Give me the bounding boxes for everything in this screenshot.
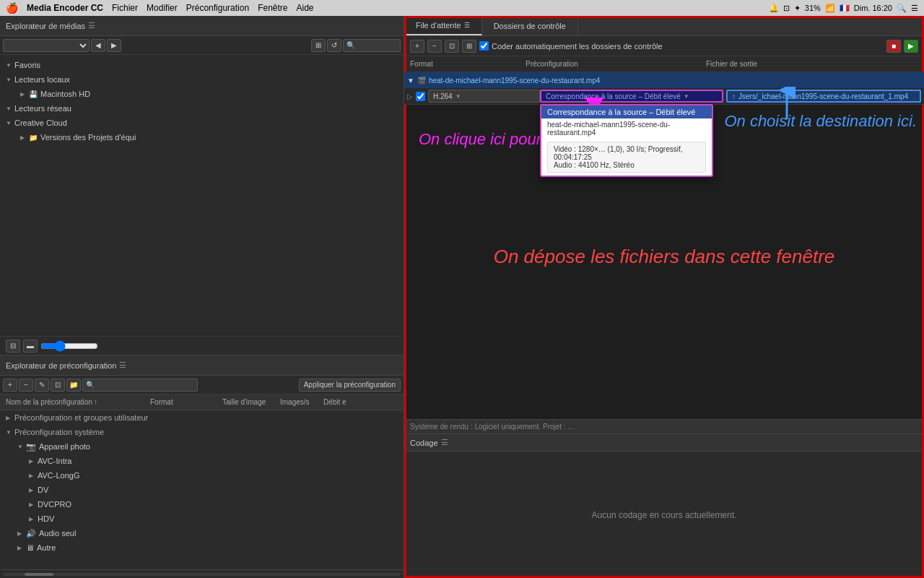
coding-header: Codage ☰: [404, 434, 924, 452]
menubar-right: 🔔 ⊡ ✦ 31% 📶 🇫🇷 Dim. 16:20 🔍 ☰: [769, 4, 918, 13]
queue-item-row: ▼ 🎬 heat-de-michael-mann1995-scene-du-re…: [404, 72, 924, 105]
output-path-btn[interactable]: ↑ Jsers/_ichael-mann1995-scene-du-restau…: [726, 90, 921, 103]
preconfig-explorer-title: Explorateur de préconfiguration: [6, 361, 116, 370]
preconfig-search-input[interactable]: [82, 379, 198, 392]
preconfig-remove-btn[interactable]: −: [19, 379, 33, 392]
stop-btn[interactable]: ■: [886, 40, 901, 53]
preconfig-user-section[interactable]: ▶ Préconfiguration et groupes utilisateu…: [0, 410, 404, 425]
tree-item-local[interactable]: ▼ Lecteurs locaux: [0, 72, 404, 87]
main-layout: Explorateur de médias ☰ ◀ ▶ ⊞ ↺ ▼ Fa: [0, 16, 924, 578]
dropdown-info: Vidéo : 1280×… (1,0), 30 I/s; Progressif…: [547, 142, 706, 173]
preconfig-system-section[interactable]: ▼ Préconfiguration système: [0, 425, 404, 439]
filter-btn[interactable]: ⊞: [311, 39, 326, 52]
play-btn[interactable]: ▶: [904, 40, 918, 53]
apple-menu[interactable]: 🍎: [6, 2, 18, 14]
media-explorer-header: Explorateur de médias ☰: [0, 16, 404, 36]
autocode-checkbox-label[interactable]: Coder automatiquement les dossiers de co…: [479, 41, 663, 51]
queue-duplicate-btn[interactable]: ⊡: [445, 40, 459, 53]
col-size: Taille d'image: [219, 398, 277, 406]
preconfig-add-btn[interactable]: +: [3, 379, 17, 392]
queue-tabs: File d'attente ☰ Dossiers de contrôle: [404, 16, 924, 36]
preconfig-audio[interactable]: ▶ 🔊 Audio seul: [0, 526, 404, 540]
preconfig-autre[interactable]: ▶ 🖥 Autre: [0, 540, 404, 555]
menubar: 🍎 Media Encoder CC Fichier Modifier Préc…: [0, 0, 924, 16]
queue-add-btn[interactable]: +: [410, 40, 424, 53]
grid-view-btn[interactable]: ⊟: [6, 340, 20, 353]
preconfig-btn4[interactable]: ⊡: [51, 379, 65, 392]
preconfig-dropdown: Correspondance à la source – Débit élevé…: [540, 104, 713, 177]
preconfig-btn3[interactable]: ✎: [35, 379, 49, 392]
media-explorer: Explorateur de médias ☰ ◀ ▶ ⊞ ↺ ▼ Fa: [0, 16, 404, 355]
zoom-slider[interactable]: [40, 340, 98, 352]
media-explorer-menu-icon[interactable]: ☰: [88, 21, 95, 30]
nav-back-btn[interactable]: ◀: [91, 39, 105, 52]
media-explorer-toolbar: ◀ ▶ ⊞ ↺: [0, 36, 404, 55]
tab-watch-folders[interactable]: Dossiers de contrôle: [482, 16, 578, 35]
media-explorer-title: Explorateur de médias: [6, 22, 85, 30]
col-fps: Images/s: [277, 398, 321, 406]
queue-content: ▼ 🎬 heat-de-michael-mann1995-scene-du-re…: [404, 72, 924, 419]
media-search-input[interactable]: [343, 39, 401, 52]
queue-toolbar: + − ⊡ ⊞ Coder automatiquement les dossie…: [404, 36, 924, 56]
qcol-format: Format: [407, 60, 523, 68]
view-select[interactable]: [3, 39, 90, 52]
dropdown-sub-item[interactable]: heat-de-michael-mann1995-scene-du-restau…: [541, 118, 712, 139]
preconfig-camera-item[interactable]: ▼ 📷 Appareil photo: [0, 439, 404, 454]
queue-format-btn[interactable]: H.264 ▼: [428, 90, 540, 103]
preconfig-menu-icon[interactable]: ☰: [119, 361, 126, 370]
media-tree: ▼ Favoris ▼ Lecteurs locaux ▶ 💾 Macintos…: [0, 55, 404, 336]
coding-content: Aucun codage en cours actuellement.: [404, 452, 924, 578]
app-name: Media Encoder CC: [27, 3, 103, 13]
qcol-output: Fichier de sortie: [703, 60, 921, 68]
coding-menu-icon[interactable]: ☰: [441, 438, 448, 447]
list-view-btn[interactable]: ▬: [23, 340, 38, 353]
list-icon: ☰: [911, 4, 918, 13]
menu-modifier[interactable]: Modifier: [147, 3, 178, 13]
apply-preconfig-btn[interactable]: Appliquer la préconfiguration: [299, 379, 401, 392]
tree-item-macintosh[interactable]: ▶ 💾 Macintosh HD: [0, 87, 404, 101]
menu-preconfiguration[interactable]: Préconfiguration: [186, 3, 249, 13]
preconfig-avc-intra[interactable]: ▶ AVC-Intra: [0, 454, 404, 468]
search-icon[interactable]: 🔍: [897, 4, 907, 13]
tab-queue[interactable]: File d'attente ☰: [404, 16, 482, 35]
tree-item-versions[interactable]: ▶ 📁 Versions des Projets d'équi: [0, 130, 404, 144]
queue-area: File d'attente ☰ Dossiers de contrôle + …: [404, 16, 924, 419]
nav-forward-btn[interactable]: ▶: [107, 39, 121, 52]
col-bitrate: Débit e: [321, 398, 364, 406]
queue-item-main[interactable]: ▼ 🎬 heat-de-michael-mann1995-scene-du-re…: [404, 72, 924, 88]
preconfig-select-btn[interactable]: Correspondance à la source – Débit élevé…: [540, 90, 723, 103]
queue-group-btn[interactable]: ⊞: [462, 40, 476, 53]
preconfig-hdv[interactable]: ▶ HDV: [0, 512, 404, 526]
coding-empty-msg: Aucun codage en cours actuellement.: [592, 510, 737, 520]
preconfig-btn5[interactable]: 📁: [66, 379, 81, 392]
right-panel: File d'attente ☰ Dossiers de contrôle + …: [404, 16, 924, 578]
preconfig-avc-longg[interactable]: ▶ AVC-LongG: [0, 468, 404, 483]
preconfig-scrollbar[interactable]: [0, 569, 404, 578]
notification-icon: 🔔: [769, 4, 779, 13]
preconfig-explorer: Explorateur de préconfiguration ☰ + − ✎ …: [0, 355, 404, 578]
menu-aide[interactable]: Aide: [296, 3, 313, 13]
preconfig-dvcpro[interactable]: ▶ DVCPRO: [0, 497, 404, 512]
queue-remove-btn[interactable]: −: [427, 40, 442, 53]
menu-fichier[interactable]: Fichier: [112, 3, 138, 13]
left-panel: Explorateur de médias ☰ ◀ ▶ ⊞ ↺ ▼ Fa: [0, 16, 404, 578]
preconfig-toolbar: + − ✎ ⊡ 📁 Appliquer la préconfiguration: [0, 376, 404, 394]
file-icon: 🎬: [417, 77, 426, 85]
preconfig-dv[interactable]: ▶ DV: [0, 483, 404, 497]
queue-filename: heat-de-michael-mann1995-scene-du-restau…: [429, 77, 921, 85]
bluetooth-icon: ✦: [794, 4, 801, 13]
autocode-checkbox[interactable]: [479, 41, 489, 51]
annotation-blue-text: On choisit la destination ici.: [724, 112, 917, 131]
annotation-red-text: On dépose les fichiers dans cette fenêtr…: [494, 246, 835, 268]
tree-item-favoris[interactable]: ▼ Favoris: [0, 58, 404, 72]
dropdown-selected[interactable]: Correspondance à la source – Débit élevé: [541, 105, 712, 118]
tree-item-network[interactable]: ▼ Lecteurs réseau: [0, 101, 404, 116]
flag-icon: 🇫🇷: [840, 4, 850, 13]
menu-fenetre[interactable]: Fenêtre: [258, 3, 287, 13]
queue-item-checkbox[interactable]: [416, 92, 425, 101]
col-name: Nom de la préconfiguration ↑: [3, 398, 147, 406]
refresh-btn[interactable]: ↺: [327, 39, 341, 52]
queue-item-sub: ▷ H.264 ▼ Correspondance à la source – D…: [404, 88, 924, 104]
media-bottom-toolbar: ⊟ ▬: [0, 336, 404, 355]
tree-item-creative-cloud[interactable]: ▼ Creative Cloud: [0, 116, 404, 130]
